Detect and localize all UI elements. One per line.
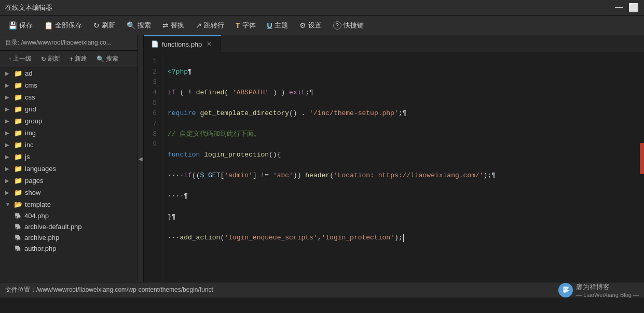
file-item-archive[interactable]: 🐘 archive.php (15, 232, 137, 243)
tab-label: functions.php (162, 40, 202, 48)
file-label: archive-default.php (24, 223, 82, 231)
watermark-title: 廖为祥博客 (576, 282, 639, 292)
search-label: 搜索 (138, 21, 151, 30)
sidebar-search-button[interactable]: 🔍 搜索 (92, 53, 122, 65)
sidebar-item-js[interactable]: ▶ 📁 js (0, 151, 137, 163)
sidebar: 目录: /www/wwwroot/liaoweixiang.co... ↑ 上一… (0, 35, 138, 282)
shortcuts-button[interactable]: ? 快捷键 (328, 19, 369, 32)
right-accent-bar (640, 143, 644, 174)
minimize-button[interactable]: — (614, 3, 624, 12)
save-button[interactable]: 💾 保存 (3, 19, 38, 32)
folder-icon: 📁 (14, 153, 22, 161)
folder-label: grid (25, 105, 36, 113)
app-title: 在线文本编辑器 (5, 3, 52, 12)
settings-button[interactable]: ⚙ 设置 (294, 19, 327, 32)
sidebar-item-css[interactable]: ▶ 📁 css (0, 91, 137, 103)
search-icon: 🔍 (127, 21, 135, 30)
collapse-arrow-icon: ◀ (139, 156, 143, 162)
folder-icon: 📁 (14, 93, 22, 101)
sidebar-item-template[interactable]: ▼ 📂 template (0, 198, 137, 210)
code-line-6: ····if(($_GET['admin'] != 'abc')) header… (168, 170, 639, 181)
goto-label: 跳转行 (204, 21, 224, 30)
folder-icon: 📁 (14, 129, 22, 137)
folder-icon: 📁 (14, 141, 22, 149)
sidebar-new-button[interactable]: + 新建 (65, 53, 91, 65)
tab-close-button[interactable]: ✕ (205, 40, 213, 48)
sidebar-item-cms[interactable]: ▶ 📁 cms (0, 79, 137, 91)
sidebar-item-img[interactable]: ▶ 📁 img (0, 127, 137, 139)
folder-label: languages (25, 165, 56, 173)
folder-icon: 📁 (14, 81, 22, 89)
sidebar-toolbar: ↑ 上一级 ↻ 刷新 + 新建 🔍 搜索 (0, 51, 137, 67)
file-label: author.php (24, 245, 56, 252)
font-label: 字体 (242, 21, 256, 30)
sidebar-item-inc[interactable]: ▶ 📁 inc (0, 139, 137, 151)
refresh-icon: ↻ (41, 55, 46, 63)
sidebar-item-group[interactable]: ▶ 📁 group (0, 115, 137, 127)
editor-area: 📄 functions.php ✕ 1 2 3 4 5 6 7 8 9 (144, 35, 644, 282)
sidebar-header: 目录: /www/wwwroot/liaoweixiang.co... (0, 35, 137, 51)
chevron-icon: ▶ (5, 118, 11, 124)
file-item-404[interactable]: 🐘 404.php (15, 210, 137, 221)
main-layout: 目录: /www/wwwroot/liaoweixiang.co... ↑ 上一… (0, 35, 644, 297)
sidebar-item-grid[interactable]: ▶ 📁 grid (0, 103, 137, 115)
refresh-label: 刷新 (48, 54, 60, 63)
code-line-4: // 自定义代码加到此行下面。 (168, 129, 639, 139)
replace-button[interactable]: ⇄ 替换 (157, 19, 189, 32)
chevron-icon: ▶ (5, 106, 11, 112)
shortcuts-label: 快捷键 (344, 21, 364, 30)
file-label: 404.php (24, 212, 49, 220)
chevron-icon: ▶ (5, 166, 11, 172)
search-button[interactable]: 🔍 搜索 (121, 19, 156, 32)
sidebar-item-languages[interactable]: ▶ 📁 languages (0, 163, 137, 175)
sidebar-item-pages[interactable]: ▶ 📁 pages (0, 175, 137, 187)
tab-functions[interactable]: 📄 functions.php ✕ (144, 35, 221, 52)
font-button[interactable]: T 字体 (230, 19, 261, 32)
code-content[interactable]: <?php¶ if ( ! defined( 'ABSPATH' ) ) exi… (162, 52, 644, 282)
sidebar-collapse-handle[interactable]: ◀ (138, 35, 144, 282)
php-file-icon: 📄 (151, 40, 159, 48)
sidebar-item-ad[interactable]: ▶ 📁 ad (0, 67, 137, 79)
sidebar-up-button[interactable]: ↑ 上一级 (4, 53, 36, 65)
search-label: 搜索 (106, 54, 118, 63)
refresh-button[interactable]: ↻ 刷新 (88, 19, 120, 32)
chevron-icon: ▶ (5, 94, 11, 100)
replace-icon: ⇄ (162, 21, 169, 30)
folder-label: inc (25, 141, 34, 149)
sidebar-tree: ▶ 📁 ad ▶ 📁 cms ▶ 📁 css ▶ 📁 grid (0, 67, 137, 282)
folder-label: show (25, 189, 40, 196)
file-item-archive-default[interactable]: 🐘 archive-default.php (15, 221, 137, 232)
folder-label: img (25, 129, 36, 137)
search-icon: 🔍 (97, 55, 104, 63)
save-all-button[interactable]: 📋 全部保存 (39, 19, 87, 32)
goto-icon: ↗ (196, 21, 202, 30)
file-icon: 🐘 (15, 223, 22, 230)
refresh-icon: ↻ (93, 21, 100, 30)
code-line-1: <?php¶ (168, 67, 639, 77)
folder-label: ad (25, 69, 32, 77)
file-icon: 🐘 (15, 212, 22, 219)
folder-icon: 📁 (14, 117, 22, 125)
folder-icon: 📁 (14, 165, 22, 173)
font-icon: T (236, 21, 240, 30)
code-editor[interactable]: 1 2 3 4 5 6 7 8 9 <?php¶ if ( ! defined(… (144, 52, 644, 282)
file-label: archive.php (24, 234, 59, 241)
file-item-author[interactable]: 🐘 author.php (15, 243, 137, 254)
code-line-8: }¶ (168, 212, 639, 222)
new-icon: + (70, 55, 73, 63)
goto-button[interactable]: ↗ 跳转行 (190, 19, 229, 32)
settings-icon: ⚙ (299, 21, 306, 30)
replace-label: 替换 (171, 21, 184, 30)
sidebar-item-show[interactable]: ▶ 📁 show (0, 187, 137, 198)
code-line-2: if ( ! defined( 'ABSPATH' ) ) exit;¶ (168, 88, 639, 98)
code-line-3: require get_template_directory() . '/inc… (168, 108, 639, 119)
window-controls: — ⬜ (614, 3, 639, 12)
folder-icon: 📁 (14, 177, 22, 184)
folder-open-icon: 📂 (14, 201, 22, 208)
chevron-icon: ▶ (5, 130, 11, 136)
sidebar-refresh-button[interactable]: ↻ 刷新 (37, 53, 64, 65)
theme-button[interactable]: U 主题 (262, 19, 293, 32)
maximize-button[interactable]: ⬜ (628, 3, 639, 12)
content-area: 目录: /www/wwwroot/liaoweixiang.co... ↑ 上一… (0, 35, 644, 282)
up-label: 上一级 (13, 54, 32, 63)
